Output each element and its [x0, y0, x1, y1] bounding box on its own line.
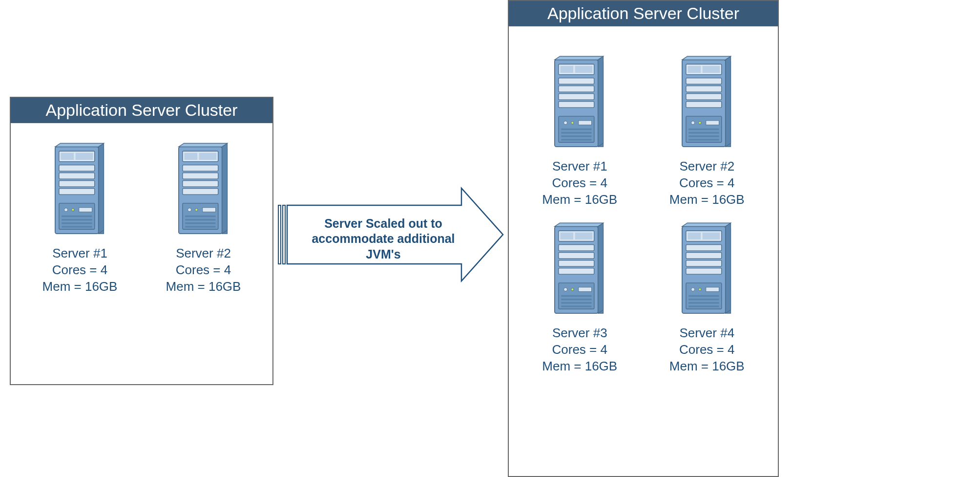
- cluster-right: Application Server Cluster Server #1 Cor…: [508, 0, 779, 477]
- server-icon: [51, 138, 109, 240]
- server-label: Server #3 Cores = 4 Mem = 16GB: [542, 325, 617, 374]
- server-block: Server #1 Cores = 4 Mem = 16GB: [526, 51, 633, 208]
- server-name: Server #1: [42, 245, 118, 262]
- scale-out-arrow: Server Scaled out to accommodate additio…: [276, 186, 505, 283]
- server-mem: Mem = 16GB: [42, 279, 118, 295]
- server-mem: Mem = 16GB: [669, 358, 745, 375]
- server-cores: Cores = 4: [42, 262, 118, 279]
- server-block: Server #2 Cores = 4 Mem = 16GB: [150, 138, 257, 295]
- server-label: Server #2 Cores = 4 Mem = 16GB: [669, 158, 745, 208]
- server-cores: Cores = 4: [166, 262, 241, 279]
- server-mem: Mem = 16GB: [166, 279, 241, 295]
- server-cores: Cores = 4: [542, 342, 617, 358]
- server-cores: Cores = 4: [669, 342, 745, 358]
- server-name: Server #2: [166, 245, 241, 262]
- server-label: Server #2 Cores = 4 Mem = 16GB: [166, 245, 241, 295]
- server-name: Server #1: [542, 158, 617, 175]
- server-mem: Mem = 16GB: [542, 192, 617, 208]
- server-cores: Cores = 4: [542, 175, 617, 192]
- server-label: Server #4 Cores = 4 Mem = 16GB: [669, 325, 745, 374]
- server-block: Server #2 Cores = 4 Mem = 16GB: [653, 51, 761, 208]
- server-block: Server #3 Cores = 4 Mem = 16GB: [526, 217, 633, 374]
- cluster-left: Application Server Cluster Server #1 Cor…: [10, 97, 273, 385]
- server-name: Server #4: [669, 325, 745, 342]
- server-label: Server #1 Cores = 4 Mem = 16GB: [42, 245, 118, 295]
- server-icon: [678, 217, 736, 320]
- cluster-right-title: Application Server Cluster: [509, 1, 778, 26]
- server-label: Server #1 Cores = 4 Mem = 16GB: [542, 158, 617, 208]
- server-mem: Mem = 16GB: [669, 192, 745, 208]
- server-mem: Mem = 16GB: [542, 358, 617, 375]
- cluster-left-body: Server #1 Cores = 4 Mem = 16GB Server #2…: [11, 123, 272, 304]
- server-icon: [550, 217, 609, 320]
- server-name: Server #2: [669, 158, 745, 175]
- cluster-left-title: Application Server Cluster: [11, 98, 272, 123]
- server-block: Server #1 Cores = 4 Mem = 16GB: [26, 138, 134, 295]
- server-icon: [678, 51, 736, 153]
- server-block: Server #4 Cores = 4 Mem = 16GB: [653, 217, 761, 374]
- server-icon: [174, 138, 233, 240]
- server-name: Server #3: [542, 325, 617, 342]
- server-icon: [550, 51, 609, 153]
- cluster-right-body: Server #1 Cores = 4 Mem = 16GB Server #2…: [509, 26, 778, 385]
- arrow-label: Server Scaled out to accommodate additio…: [295, 216, 471, 262]
- server-cores: Cores = 4: [669, 175, 745, 192]
